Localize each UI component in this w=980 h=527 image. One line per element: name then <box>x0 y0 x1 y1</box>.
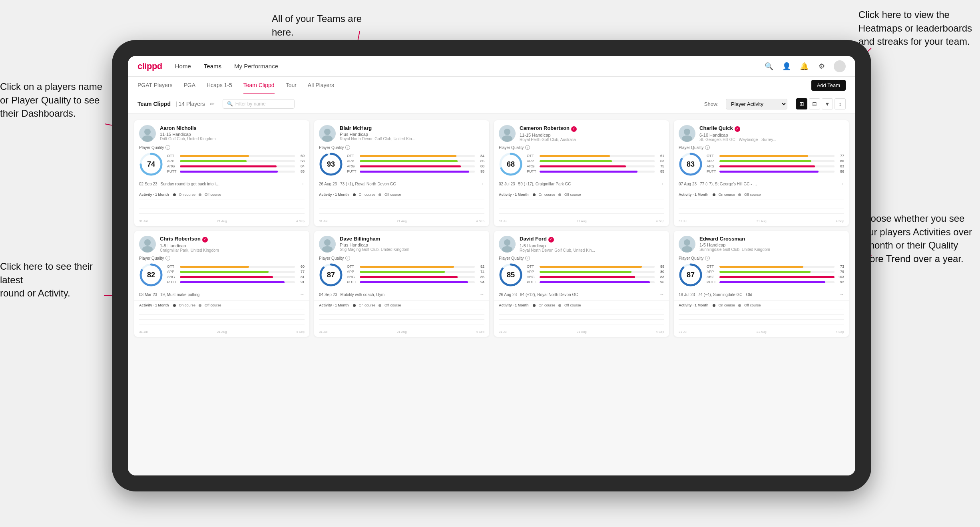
on-course-dot <box>353 193 356 196</box>
chart-axis: 31 Jul 21 Aug 4 Sep <box>139 330 305 334</box>
activity-section: Activity · 1 Month On course Off course … <box>494 300 669 337</box>
player-name[interactable]: Aaron Nicholls <box>160 125 305 131</box>
last-round[interactable]: 03 Mar 23 19, Must make putting → <box>134 290 309 300</box>
player-name[interactable]: David Ford✓ <box>520 236 664 243</box>
subnav-pga[interactable]: PGA <box>183 77 195 94</box>
quality-bars: OTT 60 APP 58 ARG 84 PU <box>167 154 305 175</box>
last-round[interactable]: 07 Aug 23 77 (+7), St George's Hill GC -… <box>674 179 849 190</box>
verified-badge: ✓ <box>202 237 208 243</box>
player-card[interactable]: Charlie Quick✓ 6-10 Handicap St. George'… <box>674 120 849 226</box>
chart-area: 31 Jul 21 Aug 4 Sep <box>499 310 664 334</box>
quality-content[interactable]: 82 OTT 60 APP 77 ARG <box>139 263 305 287</box>
view-filter-button[interactable]: ▼ <box>822 98 833 109</box>
nav-link-performance[interactable]: My Performance <box>234 63 278 70</box>
quality-content[interactable]: 87 OTT 73 APP 79 ARG <box>679 263 844 287</box>
player-card[interactable]: Cameron Robertson✓ 11-15 Handicap Royal … <box>494 120 669 226</box>
activity-legend: On course Off course <box>353 193 401 197</box>
info-icon: i <box>165 256 170 261</box>
last-round[interactable]: 26 Aug 23 73 (+1), Royal North Devon GC … <box>314 179 489 190</box>
quality-content[interactable]: 83 OTT 77 APP 80 ARG <box>679 152 844 176</box>
last-round-date: 26 Aug 23 <box>499 292 517 297</box>
activity-legend: On course Off course <box>173 303 221 307</box>
svg-point-36 <box>324 239 331 246</box>
last-round-date: 03 Mar 23 <box>139 292 157 297</box>
activity-header: Activity · 1 Month On course Off course <box>319 193 484 197</box>
last-round-text: 73 (+1), Royal North Devon GC <box>340 182 396 186</box>
svg-point-31 <box>144 239 151 246</box>
quality-content[interactable]: 87 OTT 82 APP 74 ARG <box>319 263 484 287</box>
last-round[interactable]: 02 Jul 23 59 (+17), Craigmillar Park GC … <box>494 179 669 190</box>
nav-link-teams[interactable]: Teams <box>204 63 221 70</box>
player-avatar <box>499 125 516 142</box>
add-team-button[interactable]: Add Team <box>811 80 846 91</box>
search-icon[interactable]: 🔍 <box>763 61 775 72</box>
subnav-hcaps[interactable]: Hcaps 1-5 <box>207 77 232 94</box>
settings-icon[interactable]: ⚙ <box>816 61 827 72</box>
player-club: Drift Golf Club, United Kingdom <box>160 137 305 141</box>
player-name[interactable]: Blair McHarg <box>340 125 484 131</box>
player-name[interactable]: Cameron Robertson✓ <box>520 125 664 132</box>
on-course-label: On course <box>179 193 196 197</box>
quality-bars: OTT 82 APP 74 ARG 85 PU <box>347 264 484 285</box>
chart-axis: 31 Jul 21 Aug 4 Sep <box>139 219 305 223</box>
player-handicap: 6-10 Handicap <box>699 133 844 137</box>
quality-section: Player Quality i 68 OTT 61 <box>494 145 669 179</box>
quality-content[interactable]: 68 OTT 61 APP 63 ARG <box>499 152 664 176</box>
subnav-pgat[interactable]: PGAT Players <box>137 77 172 94</box>
subnav-all-players[interactable]: All Players <box>308 77 334 94</box>
avatar-icon[interactable] <box>834 60 846 72</box>
search-box[interactable]: 🔍 Filter by name <box>223 99 295 109</box>
player-name[interactable]: Chris Robertson✓ <box>160 236 305 243</box>
player-card[interactable]: Aaron Nicholls 11-15 Handicap Drift Golf… <box>134 120 309 226</box>
player-card[interactable]: David Ford✓ 1-5 Handicap Royal North Dev… <box>494 231 669 337</box>
card-header: Dave Billingham Plus Handicap Stig Magin… <box>314 231 489 256</box>
annotation-right-bottom: Choose whether you seeyour players Activ… <box>858 212 972 265</box>
quality-section: Player Quality i 87 OTT 82 <box>314 256 489 290</box>
player-card[interactable]: Blair McHarg Plus Handicap Royal North D… <box>314 120 489 226</box>
chart-area: 31 Jul 21 Aug 4 Sep <box>139 310 305 334</box>
quality-bars: OTT 89 APP 80 ARG 83 PU <box>527 264 664 285</box>
on-course-label: On course <box>539 193 556 197</box>
view-grid4-button[interactable]: ⊟ <box>809 98 820 109</box>
chart-area: 31 Jul 21 Aug 4 Sep <box>499 199 664 223</box>
quality-content[interactable]: 85 OTT 89 APP 80 ARG <box>499 263 664 287</box>
view-sort-button[interactable]: ↕ <box>835 98 846 109</box>
last-round-arrow: → <box>300 292 305 297</box>
chart-area: 31 Jul 21 Aug 4 Sep <box>319 199 484 223</box>
last-round[interactable]: 26 Aug 23 84 (+12), Royal North Devon GC… <box>494 290 669 300</box>
player-name[interactable]: Dave Billingham <box>340 236 484 242</box>
quality-content[interactable]: 74 OTT 60 APP 58 ARG <box>139 152 305 176</box>
show-select[interactable]: Player Activity Quality Score Trend <box>726 99 787 109</box>
subnav-team-clippd[interactable]: Team Clippd <box>243 77 275 94</box>
activity-legend: On course Off course <box>533 303 581 307</box>
info-icon: i <box>345 145 350 150</box>
last-round-date: 18 Jul 23 <box>679 292 695 297</box>
last-round[interactable]: 04 Sep 23 Mobility with coach, Gym → <box>314 290 489 300</box>
player-name[interactable]: Edward Crossman <box>699 236 844 242</box>
sub-nav: PGAT Players PGA Hcaps 1-5 Team Clippd T… <box>128 77 855 94</box>
player-card[interactable]: Dave Billingham Plus Handicap Stig Magin… <box>314 231 489 337</box>
last-round[interactable]: 18 Jul 23 74 (+4), Sunningdale GC - Old … <box>674 290 849 300</box>
quality-circle: 82 <box>139 263 163 287</box>
last-round-arrow: → <box>659 181 664 187</box>
on-course-label: On course <box>719 303 735 307</box>
edit-icon[interactable]: ✏ <box>210 101 215 107</box>
nav-link-home[interactable]: Home <box>175 63 191 70</box>
chart-area: 31 Jul 21 Aug 4 Sep <box>319 310 484 334</box>
annotation-top-center: All of your Teams are here. <box>272 12 384 39</box>
player-card[interactable]: Chris Robertson✓ 1-5 Handicap Craigmilla… <box>134 231 309 337</box>
tablet-screen: clippd Home Teams My Performance 🔍 👤 🔔 ⚙… <box>128 56 855 475</box>
subnav-tour[interactable]: Tour <box>286 77 297 94</box>
quality-number: 83 <box>687 160 695 169</box>
quality-section: Player Quality i 82 OTT 60 <box>134 256 309 290</box>
view-grid-button[interactable]: ⊞ <box>796 98 807 109</box>
last-round[interactable]: 02 Sep 23 Sunday round to get back into … <box>134 179 309 190</box>
quality-content[interactable]: 93 OTT 84 APP 85 ARG <box>319 152 484 176</box>
activity-section: Activity · 1 Month On course Off course … <box>314 190 489 226</box>
main-content: Aaron Nicholls 11-15 Handicap Drift Golf… <box>128 114 855 475</box>
player-card[interactable]: Edward Crossman 1-5 Handicap Sunningdale… <box>674 231 849 337</box>
profile-icon[interactable]: 👤 <box>781 61 792 72</box>
notification-icon[interactable]: 🔔 <box>799 61 810 72</box>
off-course-label: Off course <box>384 193 401 197</box>
player-name[interactable]: Charlie Quick✓ <box>699 125 844 132</box>
